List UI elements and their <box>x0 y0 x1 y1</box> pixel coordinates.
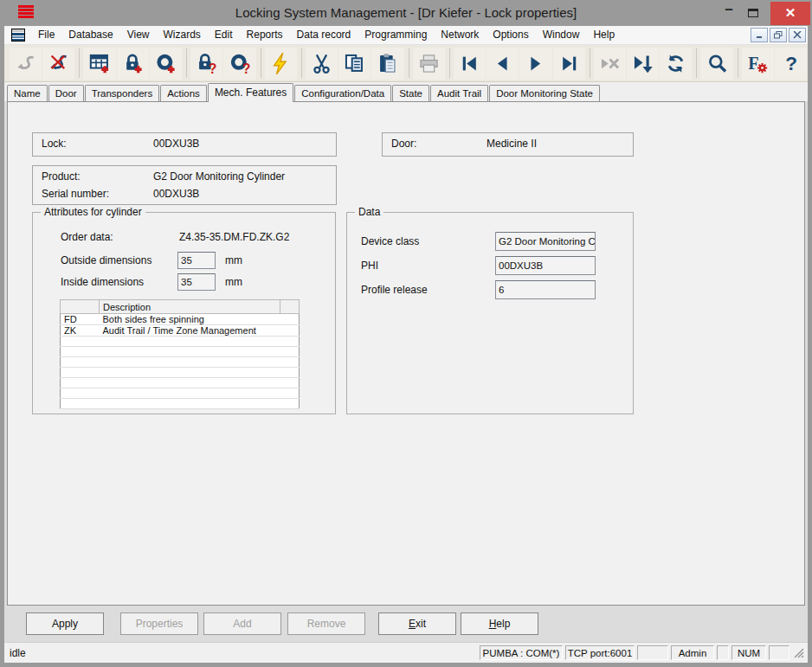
menu-item-wizards[interactable]: Wizards <box>157 26 208 44</box>
menu-item-programming[interactable]: Programming <box>358 26 434 44</box>
mdi-restore-button[interactable] <box>770 28 787 42</box>
copy-button[interactable] <box>338 48 371 80</box>
toolbar-separator <box>449 48 450 78</box>
profile-release-label: Profile release <box>361 284 428 296</box>
filter-options-button[interactable]: F <box>742 48 774 80</box>
menu-item-reports[interactable]: Reports <box>240 26 290 44</box>
tab-state[interactable]: State <box>392 85 429 101</box>
row-description <box>100 388 280 399</box>
row-extra <box>280 347 300 357</box>
lock-label: Lock: <box>42 138 67 150</box>
table-row[interactable] <box>61 388 300 399</box>
read-lock-button[interactable]: ? <box>190 48 222 80</box>
attributes-group: Attributes for cylinder Order data: Z4.3… <box>32 212 336 414</box>
maximize-button[interactable] <box>741 2 765 24</box>
new-transponder-button[interactable] <box>150 48 182 80</box>
close-button[interactable]: ✕ <box>770 2 810 25</box>
next-record-button[interactable] <box>519 48 551 80</box>
tab-mech-features[interactable]: Mech. Features <box>208 83 293 102</box>
print-button[interactable] <box>413 48 445 80</box>
tab-door-monitoring-state[interactable]: Door Monitoring State <box>489 85 600 101</box>
help-button[interactable]: ? <box>775 48 807 80</box>
app-window: Locking System Management - [Dr Kiefer -… <box>0 0 812 667</box>
status-segment-admin: Admin <box>671 645 714 660</box>
sync-button[interactable] <box>10 48 42 80</box>
row-extra <box>280 337 300 347</box>
row-extra <box>280 399 300 409</box>
tab-strip: NameDoorTranspondersActionsMech. Feature… <box>4 82 808 101</box>
menu-item-file[interactable]: File <box>31 26 61 44</box>
profile-release-input[interactable]: 6 <box>495 280 596 299</box>
cancel-record-button[interactable] <box>594 48 626 80</box>
door-value: Medicine II <box>487 138 537 150</box>
table-row[interactable]: ZKAudit Trail / Time Zone Management <box>61 325 300 337</box>
table-row[interactable] <box>61 378 300 388</box>
table-row[interactable] <box>61 368 300 378</box>
apply-button[interactable]: Apply <box>26 612 104 635</box>
tab-configuration-data[interactable]: Configuration/Data <box>294 85 391 101</box>
maximize-icon <box>748 9 758 17</box>
menu-item-data-record[interactable]: Data record <box>290 26 358 44</box>
status-segment-num: NUM <box>731 645 766 660</box>
svg-text:F: F <box>748 54 758 73</box>
outside-dimensions-input[interactable]: 35 <box>177 252 216 269</box>
menu-item-help[interactable]: Help <box>586 26 622 44</box>
refresh-button[interactable] <box>660 48 692 80</box>
table-row[interactable]: FDBoth sides free spinning <box>61 314 300 325</box>
first-record-button[interactable] <box>454 48 486 80</box>
button-row: Apply Properties Add Remove Exit Help <box>4 606 808 642</box>
resize-grip-icon[interactable] <box>793 647 804 658</box>
cut-button[interactable] <box>306 48 338 80</box>
search-button[interactable] <box>700 48 732 80</box>
table-row[interactable] <box>61 399 300 409</box>
toolbar-separator <box>186 48 187 78</box>
tab-name[interactable]: Name <box>7 85 48 101</box>
table-header-description[interactable]: Description <box>100 300 280 314</box>
menu-item-network[interactable]: Network <box>434 26 486 44</box>
toolbar-separator <box>79 48 80 78</box>
new-lock-button[interactable] <box>117 48 149 80</box>
minimize-button[interactable]: – <box>717 2 741 24</box>
new-matrix-button[interactable] <box>83 48 115 80</box>
previous-record-button[interactable] <box>487 48 519 80</box>
phi-input[interactable]: 00DXU3B <box>495 256 596 275</box>
row-description <box>100 378 280 388</box>
menu-item-options[interactable]: Options <box>486 26 535 44</box>
mdi-close-button[interactable] <box>789 28 806 42</box>
program-flash-button[interactable] <box>265 48 297 80</box>
window-frame: FileDatabaseViewWizardsEditReportsData r… <box>0 26 812 667</box>
menu-item-database[interactable]: Database <box>61 26 119 44</box>
disconnect-button[interactable] <box>42 48 74 80</box>
tab-transponders[interactable]: Transponders <box>85 85 160 101</box>
menu-item-window[interactable]: Window <box>536 26 587 44</box>
read-transponder-button[interactable]: ? <box>223 48 255 80</box>
help-action-button[interactable]: Help <box>461 612 538 635</box>
tab-actions[interactable]: Actions <box>160 85 207 101</box>
menu-item-view[interactable]: View <box>120 26 157 44</box>
row-code <box>61 347 100 357</box>
properties-button[interactable]: Properties <box>120 612 198 635</box>
menubar: FileDatabaseViewWizardsEditReportsData r… <box>4 26 808 45</box>
tab-audit-trail[interactable]: Audit Trail <box>430 85 488 101</box>
titlebar: Locking System Management - [Dr Kiefer -… <box>0 0 812 26</box>
last-record-button[interactable] <box>553 48 585 80</box>
inside-dimensions-input[interactable]: 35 <box>177 273 216 291</box>
row-description: Audit Trail / Time Zone Management <box>100 325 280 337</box>
row-code <box>61 399 100 409</box>
paste-button[interactable] <box>371 48 403 80</box>
table-row[interactable] <box>61 357 300 368</box>
status-segment-empty-6 <box>769 645 789 660</box>
table-header-blank[interactable] <box>61 300 100 314</box>
goto-record-button[interactable] <box>627 48 659 80</box>
table-row[interactable] <box>61 337 300 347</box>
table-row[interactable] <box>61 347 300 357</box>
toolbar-separator <box>590 48 590 78</box>
mdi-minimize-button[interactable] <box>751 28 768 42</box>
exit-button[interactable]: Exit <box>378 612 456 635</box>
tab-door[interactable]: Door <box>48 85 84 101</box>
table-header-blank[interactable] <box>280 300 300 314</box>
remove-button[interactable]: Remove <box>287 612 365 635</box>
add-button[interactable]: Add <box>203 612 281 635</box>
device-class-input[interactable]: G2 Door Monitoring Cylin <box>495 232 596 251</box>
menu-item-edit[interactable]: Edit <box>208 26 240 44</box>
